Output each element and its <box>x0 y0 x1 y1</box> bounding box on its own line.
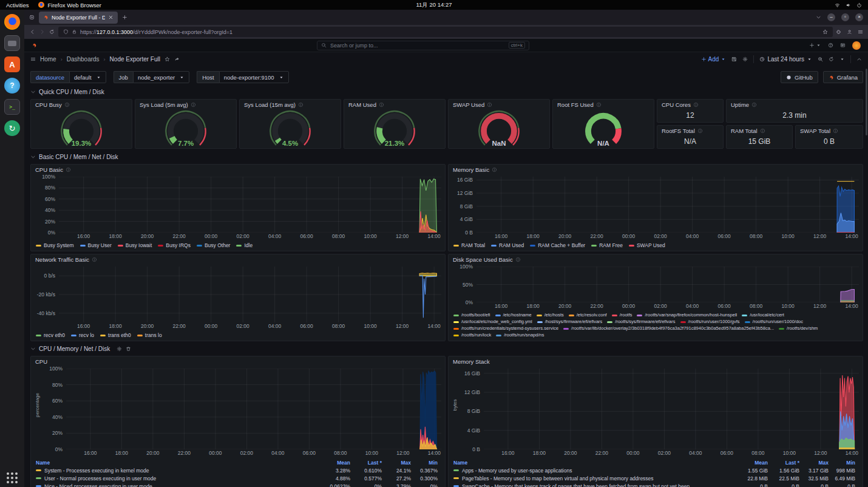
dock-orange-a-app-icon[interactable] <box>4 56 20 72</box>
legend-item[interactable]: /etc/resolv.conf <box>569 312 607 318</box>
memory-stack-chart[interactable]: bytes16 GiB12 GiB8 GiB4 GiB0 B16:0018:00… <box>449 367 863 487</box>
disk-space-chart[interactable]: 100%50%0%16:0018:0020:0022:0000:0002:000… <box>449 265 863 341</box>
variable-datasource[interactable]: datasource default <box>30 71 106 83</box>
minimize-button[interactable]: – <box>827 13 835 21</box>
legend-item[interactable]: /rootfs/run/credentials/systemd-sysusers… <box>453 325 558 332</box>
legend-table-row[interactable]: PageTables - Memory used to map between … <box>453 474 858 482</box>
dock-files-icon[interactable] <box>4 35 20 51</box>
search-box[interactable]: Search or jump to... ctrl+k <box>317 41 529 50</box>
row-quick-cpu-mem-disk[interactable]: Quick CPU / Mem / Disk <box>30 87 863 97</box>
extensions-icon[interactable] <box>836 29 841 35</box>
row-cpu-memory-net-disk[interactable]: CPU / Memory / Net / Disk <box>30 344 863 353</box>
legend-table-row[interactable]: System - Processes executing in kernel m… <box>36 466 440 474</box>
panel-title[interactable]: Sys Load (5m avg) <box>135 100 236 110</box>
collapse-toolbar-icon[interactable] <box>856 56 862 62</box>
news-icon[interactable] <box>840 43 846 48</box>
legend-item[interactable]: /rootfs/var/lib/docker/overlay2/3b0318f9… <box>563 325 774 332</box>
network-traffic-chart[interactable]: 0 b/s-20 kb/s-40 kb/s16:0018:0020:0022:0… <box>31 265 445 341</box>
panel-title[interactable]: CPU <box>31 356 445 367</box>
row-settings-icon[interactable] <box>117 346 122 352</box>
refresh-interval-caret[interactable] <box>839 56 845 62</box>
cpu-chart[interactable]: percentage100%80%60%40%20%0%16:0018:0020… <box>31 367 445 487</box>
close-window-button[interactable]: × <box>855 13 863 21</box>
dock-help-icon[interactable] <box>4 78 20 94</box>
legend-table-header[interactable]: NameMeanLast *MaxMin <box>36 458 440 466</box>
legend-table-row[interactable]: SwapCache - Memory that keeps track of p… <box>453 482 858 487</box>
panel-title[interactable]: RAM Total <box>727 126 792 136</box>
time-range-picker[interactable]: Last 24 hours <box>759 56 812 63</box>
panel-title[interactable]: RAM Used <box>344 100 445 110</box>
legend-item[interactable]: /rootfs/run/lock <box>453 332 491 338</box>
refresh-icon[interactable] <box>829 56 834 62</box>
bookmark-star-icon[interactable] <box>822 29 828 35</box>
power-icon[interactable] <box>856 2 862 8</box>
legend-table-row[interactable]: Nice - Niced processes executing in user… <box>36 482 440 487</box>
grafana-link-button[interactable]: Grafana <box>823 71 863 83</box>
panel-title[interactable]: RootFS Total <box>657 126 723 136</box>
back-button[interactable] <box>29 29 36 35</box>
legend-item[interactable]: trans eth0 <box>100 332 131 338</box>
zoom-out-icon[interactable] <box>818 56 823 62</box>
dock-updater-icon[interactable] <box>4 120 20 136</box>
panel-title[interactable]: CPU Busy <box>31 100 132 110</box>
legend-item[interactable]: RAM Used <box>491 242 524 248</box>
legend-item[interactable]: /etc/hostname <box>495 312 532 318</box>
tab-close-button[interactable] <box>108 15 114 20</box>
legend-item[interactable]: RAM Free <box>591 242 623 248</box>
legend-item[interactable]: recv lo <box>71 332 94 338</box>
breadcrumb-dashboards[interactable]: Dashboards <box>67 56 100 63</box>
volume-icon[interactable] <box>846 2 851 8</box>
row-delete-icon[interactable] <box>126 346 131 352</box>
legend-table-row[interactable]: User - Normal processes executing in use… <box>36 474 440 482</box>
legend-item[interactable]: /rootfs <box>612 312 632 318</box>
add-panel-button[interactable]: Add <box>701 56 727 63</box>
variable-job[interactable]: Job node_exporter <box>114 71 190 83</box>
legend-item[interactable]: /rootfs/var/snap/firefox/common/host-hun… <box>637 312 737 318</box>
panel-title[interactable]: SWAP Used <box>449 100 549 110</box>
panel-title[interactable]: CPU Cores <box>657 100 723 110</box>
panel-title[interactable]: Root FS Used <box>553 100 654 110</box>
help-icon[interactable] <box>828 43 833 48</box>
scrollbar-thumb[interactable] <box>866 69 867 135</box>
legend-item[interactable]: RAM Cache + Buffer <box>530 242 585 248</box>
legend-item[interactable]: /rootfs/dev/shm <box>779 325 818 332</box>
legend-item[interactable]: /host/sys/firmware/efi/efivars <box>537 319 603 325</box>
firefox-view-button[interactable] <box>29 15 35 20</box>
dock-terminal-icon[interactable] <box>4 99 20 115</box>
network-icon[interactable] <box>835 2 840 8</box>
row-basic-cpu-mem-net-disk[interactable]: Basic CPU / Mem / Net / Disk <box>30 152 863 162</box>
grafana-logo[interactable] <box>32 43 37 48</box>
legend-item[interactable]: /rootfs/sys/firmware/efi/efivars <box>607 319 675 325</box>
panel-title[interactable]: Memory Basic <box>449 165 863 175</box>
legend-item[interactable]: Busy System <box>36 242 74 248</box>
clock[interactable]: 11月 20 14:27 <box>416 1 452 9</box>
legend-item[interactable]: /etc/hosts <box>537 312 564 318</box>
ram-used-gauge[interactable]: 21.3% <box>344 110 445 148</box>
legend-item[interactable]: Idle <box>236 242 253 248</box>
forward-button[interactable] <box>39 29 46 35</box>
account-icon[interactable] <box>847 29 852 35</box>
legend-item[interactable]: Busy IRQs <box>158 242 191 248</box>
favorite-star-icon[interactable] <box>164 56 170 62</box>
legend-table-row[interactable]: Apps - Memory used by user-space applica… <box>453 466 858 474</box>
browser-menu-button[interactable] <box>858 29 863 35</box>
root-fs-used-gauge[interactable]: N/A <box>553 110 654 148</box>
memory-basic-chart[interactable]: 16 GiB12 GiB8 GiB4 GiB0 B16:0018:0020:00… <box>449 175 863 251</box>
legend-item[interactable]: /rootfs/boot/efi <box>453 312 490 318</box>
legend-item[interactable]: /usr/local/etc/node_web_config.yml <box>453 319 532 325</box>
legend-item[interactable]: /rootfs/run/user/1000/doc <box>745 319 803 325</box>
legend-item[interactable]: recv eth0 <box>36 332 65 338</box>
activities-button[interactable]: Activities <box>6 2 29 9</box>
url-bar[interactable]: https://127.0.0.1:3000/d/rYdddlPWk/node-… <box>58 27 833 37</box>
panel-title[interactable]: Disk Space Used Basic <box>449 254 863 265</box>
legend-table-header[interactable]: NameMeanLast *MaxMin <box>453 458 858 466</box>
legend-item[interactable]: Busy Iowait <box>118 242 152 248</box>
browser-tab[interactable]: Node Exporter Full - Das <box>39 12 118 24</box>
legend-item[interactable]: /rootfs/run/snapd/ns <box>496 332 544 338</box>
focused-app-menu[interactable]: Firefox Web Browser <box>38 2 101 9</box>
lock-icon[interactable] <box>72 29 77 35</box>
legend-item[interactable]: RAM Total <box>453 242 485 248</box>
share-icon[interactable] <box>174 56 180 62</box>
legend-item[interactable]: SWAP Used <box>629 242 665 248</box>
panel-title[interactable]: CPU Basic <box>31 165 445 175</box>
